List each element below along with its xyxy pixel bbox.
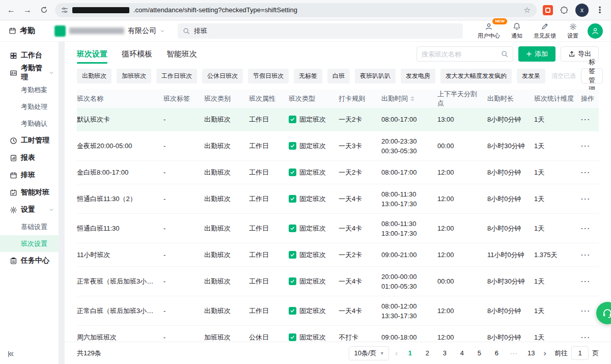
sidebar-item[interactable]: 考勤处理	[0, 98, 59, 115]
page-number[interactable]: 6	[490, 349, 503, 357]
sidebar-item[interactable]: 考勤确认	[0, 115, 59, 132]
table-row: 恒通白班11:30-出勤班次工作日固定班次一天4卡08:00-11:3013:0…	[77, 214, 599, 243]
sidebar-item[interactable]: 报表	[0, 149, 59, 166]
attendance-duration: 8小时0分钟	[487, 224, 534, 233]
filter-tag[interactable]: 工作日班次	[156, 69, 197, 83]
bookmark-star-icon[interactable]: ☆	[524, 6, 531, 15]
row-actions-button[interactable]: ···	[581, 251, 599, 259]
punch-rule: 一天2卡	[339, 250, 381, 260]
split-point: 12:00	[437, 169, 487, 176]
sidebar-item[interactable]: 工时管理	[0, 132, 59, 149]
tag-manage-label: 标签管理	[589, 58, 595, 94]
calendar-icon	[9, 171, 17, 179]
page-number[interactable]: 3	[438, 349, 451, 357]
stat-dimension: 1天	[534, 142, 581, 151]
attendance-duration: 8小时0分钟	[487, 306, 534, 316]
gear-icon	[569, 23, 577, 31]
sidebar-item[interactable]: 班次设置	[0, 235, 59, 252]
row-actions-button[interactable]: ···	[581, 333, 599, 341]
extensions-puzzle-icon[interactable]	[559, 6, 569, 14]
sidebar-item[interactable]: 考勤管理	[0, 64, 59, 81]
column-header-label: 上下半天分割点	[437, 90, 483, 108]
filter-tag[interactable]: 加班班次	[117, 69, 151, 83]
row-actions-button[interactable]: ···	[581, 142, 599, 150]
global-search[interactable]	[178, 23, 463, 39]
clear-selected-link[interactable]: 清空已选	[551, 72, 576, 80]
row-actions-button[interactable]: ···	[581, 225, 599, 232]
filter-tag[interactable]: 无标签	[294, 69, 322, 83]
global-search-input[interactable]	[194, 27, 458, 35]
sidebar-item-label: 考勤处理	[21, 102, 47, 111]
page-number[interactable]: 1	[404, 349, 416, 357]
filter-tag[interactable]: 发大发大幅度发发疯的	[440, 69, 512, 83]
app-logo: 考勤	[8, 26, 35, 36]
filter-tag[interactable]: 夜班叭叭叭	[355, 69, 396, 83]
site-info-icon[interactable]	[61, 7, 68, 14]
check-icon	[289, 277, 296, 285]
feedback-button[interactable]: 意见反馈	[534, 22, 556, 40]
prev-page-button[interactable]: ‹	[393, 349, 400, 357]
filter-tag[interactable]: 公休日班次	[202, 69, 243, 83]
filter-tag[interactable]: 发发电房	[401, 69, 435, 83]
sort-icon[interactable]	[410, 96, 414, 101]
tab[interactable]: 班次设置	[77, 42, 107, 66]
row-actions-button[interactable]: ···	[581, 169, 599, 176]
extension-icon[interactable]	[543, 5, 553, 15]
shift-type-badge: 固定班次	[289, 224, 326, 233]
company-selector[interactable]: 有限公司	[54, 25, 165, 37]
user-avatar[interactable]	[588, 23, 603, 39]
shift-search[interactable]	[416, 46, 513, 62]
shift-search-input[interactable]	[422, 50, 498, 58]
filter-tag[interactable]: 出勤班次	[77, 69, 112, 83]
shift-type-badge: 固定班次	[289, 250, 326, 260]
shift-category: 出勤班次	[204, 194, 249, 204]
sidebar-item[interactable]: 设置	[0, 201, 59, 218]
table-row: 恒通白班11:30（2）-出勤班次工作日固定班次一天4卡08:00-11:301…	[77, 184, 599, 214]
goto-page-input[interactable]	[571, 346, 589, 360]
reload-icon[interactable]	[39, 6, 49, 14]
back-button[interactable]: ←	[6, 6, 16, 15]
tag-manage-button[interactable]: 标签管理	[581, 68, 603, 83]
filter-tag[interactable]: 节假日班次	[248, 69, 289, 83]
sidebar-item[interactable]: 智能对班	[0, 184, 59, 201]
settings-button[interactable]: 设置	[567, 23, 578, 40]
table-row: 正常白班（班后加班3小时）-出勤班次工作日固定班次一天4卡08:00-12:00…	[77, 296, 599, 326]
page-size-select[interactable]: 10条/页 ▾	[349, 346, 389, 360]
attendance-duration: 8小时0分钟	[487, 115, 534, 124]
page-number[interactable]: 5	[473, 349, 485, 357]
row-actions-button[interactable]: ···	[581, 116, 599, 123]
collapse-sidebar-icon[interactable]	[7, 350, 15, 358]
stat-dimension: 1天	[534, 277, 581, 286]
time-range: 08:00-17:00	[381, 115, 433, 124]
shift-name: 正常夜班（班后加班3小时）	[77, 277, 163, 286]
sidebar-item[interactable]: 任务中心	[0, 252, 59, 269]
url-bar[interactable]: .com/attendance/shift-setting?checkedTyp…	[55, 3, 537, 17]
attendance-time: 08:00-11:3013:00-17:30	[381, 189, 437, 209]
tab[interactable]: 智能班次	[166, 42, 197, 66]
shift-type-badge: 固定班次	[289, 168, 326, 177]
page-number[interactable]: 13	[525, 349, 537, 357]
row-actions-button[interactable]: ···	[581, 277, 599, 285]
row-actions-button[interactable]: ···	[581, 195, 599, 203]
shift-type-badge: 固定班次	[289, 306, 326, 316]
add-button-label: 添加	[535, 49, 548, 59]
forward-button[interactable]: →	[22, 6, 33, 15]
tab[interactable]: 循环模板	[122, 42, 152, 66]
notifications-button[interactable]: 通知	[511, 22, 522, 40]
sidebar-item[interactable]: 基础设置	[0, 218, 59, 235]
browser-menu-icon[interactable]: ⋮	[595, 5, 605, 15]
filter-tag[interactable]: 白班	[327, 69, 350, 83]
sidebar-item[interactable]: 工作台	[0, 47, 59, 64]
next-page-button[interactable]: ›	[541, 349, 548, 357]
page-ellipsis[interactable]: ···	[508, 349, 520, 357]
user-center-button[interactable]: NEW 用户中心	[478, 22, 500, 40]
page-number[interactable]: 2	[421, 349, 433, 357]
filter-tag[interactable]: 发发呆	[517, 69, 545, 83]
add-button[interactable]: 添加	[518, 46, 556, 62]
browser-profile-avatar[interactable]: x	[575, 4, 589, 17]
page-number[interactable]: 4	[456, 349, 468, 357]
sidebar-item[interactable]: 排班	[0, 166, 59, 184]
shift-name: 默认班次卡	[77, 115, 163, 124]
sidebar-item[interactable]: 考勤档案	[0, 81, 59, 98]
search-icon[interactable]	[501, 50, 508, 58]
